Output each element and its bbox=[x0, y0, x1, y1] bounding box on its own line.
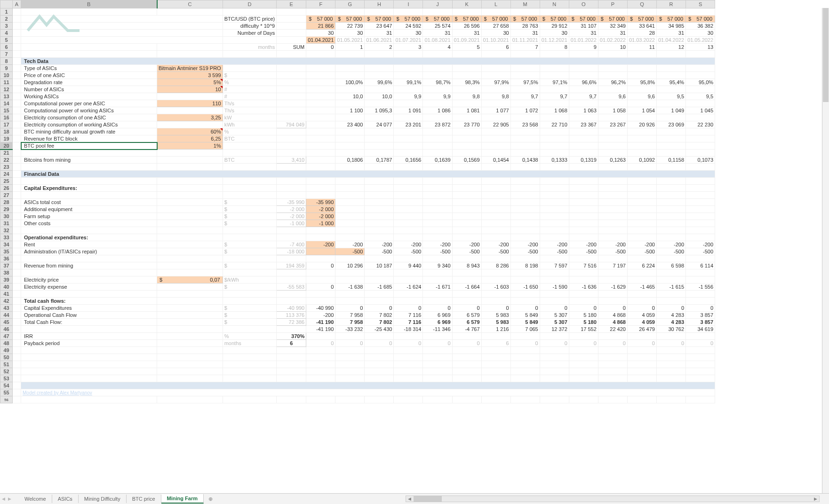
cell[interactable] bbox=[277, 354, 306, 361]
cell[interactable] bbox=[627, 199, 656, 206]
cell[interactable]: 9 bbox=[569, 44, 598, 51]
cell[interactable] bbox=[157, 23, 223, 30]
cell[interactable] bbox=[13, 248, 21, 255]
cell[interactable]: -1 556 bbox=[686, 284, 715, 291]
cell[interactable] bbox=[365, 375, 394, 382]
cell[interactable] bbox=[627, 291, 656, 298]
cell[interactable]: 96,6% bbox=[569, 79, 598, 86]
cell[interactable]: 5 bbox=[452, 44, 481, 51]
cell[interactable]: -1 603 bbox=[481, 284, 510, 291]
cell[interactable] bbox=[598, 178, 627, 185]
cell[interactable]: 72 386 bbox=[277, 319, 306, 326]
cell[interactable] bbox=[13, 37, 21, 44]
cell[interactable] bbox=[335, 185, 365, 192]
cell[interactable]: 0,1158 bbox=[656, 157, 686, 164]
cell[interactable] bbox=[157, 37, 223, 44]
row-header[interactable]: 3 bbox=[0, 23, 13, 30]
cell[interactable]: 9,7 bbox=[540, 93, 569, 100]
cell[interactable] bbox=[306, 276, 335, 284]
cell[interactable] bbox=[13, 227, 21, 234]
cell[interactable]: $ bbox=[223, 213, 277, 220]
cell[interactable] bbox=[510, 276, 540, 284]
cell[interactable]: -7 400 bbox=[277, 241, 306, 248]
cell[interactable] bbox=[656, 255, 686, 262]
cell[interactable] bbox=[540, 128, 569, 135]
tab-mining-difficulty[interactable]: Mining Difficulty bbox=[79, 495, 127, 503]
cell[interactable]: BTC bbox=[223, 157, 277, 164]
cell[interactable]: Th/s bbox=[223, 107, 277, 114]
cell[interactable] bbox=[277, 86, 306, 93]
cell[interactable] bbox=[394, 178, 423, 185]
cell[interactable]: -200 bbox=[627, 241, 656, 248]
cell[interactable]: 0 bbox=[540, 305, 569, 312]
cell[interactable]: 194 359 bbox=[277, 262, 306, 269]
cell[interactable]: 5% bbox=[157, 79, 223, 86]
cell[interactable] bbox=[686, 51, 715, 58]
cell[interactable] bbox=[223, 150, 277, 157]
cell[interactable] bbox=[335, 255, 365, 262]
cell[interactable]: $ bbox=[223, 206, 277, 213]
col-header[interactable]: O bbox=[569, 0, 598, 8]
cell[interactable]: -500 bbox=[365, 248, 394, 255]
cell[interactable]: 8 943 bbox=[452, 262, 481, 269]
cell[interactable]: 01.12.2021 bbox=[540, 37, 569, 44]
cell[interactable]: Electricity price bbox=[21, 276, 157, 284]
cell[interactable] bbox=[13, 128, 21, 135]
cell[interactable] bbox=[627, 276, 656, 284]
cell[interactable] bbox=[569, 135, 598, 142]
cell[interactable]: 01.05.2021 bbox=[335, 37, 365, 44]
cell[interactable]: 0 bbox=[423, 340, 452, 347]
cell[interactable] bbox=[452, 220, 481, 227]
cell[interactable]: Electricity consumption of working ASICs bbox=[21, 121, 157, 128]
cell[interactable]: 0 bbox=[452, 305, 481, 312]
cell[interactable] bbox=[157, 269, 223, 276]
cell[interactable] bbox=[157, 227, 223, 234]
cell[interactable]: 0 bbox=[510, 305, 540, 312]
cell[interactable] bbox=[157, 340, 223, 347]
cell[interactable] bbox=[365, 368, 394, 375]
cell[interactable]: 7 116 bbox=[394, 319, 423, 326]
cell[interactable] bbox=[686, 213, 715, 220]
cell[interactable]: -200 bbox=[686, 241, 715, 248]
cell[interactable] bbox=[13, 185, 21, 192]
cell[interactable] bbox=[423, 206, 452, 213]
cell[interactable]: 0 bbox=[598, 340, 627, 347]
cell[interactable]: -200 bbox=[540, 241, 569, 248]
cell[interactable] bbox=[306, 255, 335, 262]
cell[interactable]: 7 065 bbox=[510, 326, 540, 333]
cell[interactable] bbox=[306, 121, 335, 128]
cell[interactable]: $57 000 bbox=[335, 16, 365, 23]
cell[interactable]: $57 000 bbox=[510, 16, 540, 23]
cell[interactable] bbox=[686, 206, 715, 213]
cell[interactable] bbox=[277, 298, 306, 305]
cell[interactable] bbox=[598, 142, 627, 150]
row-header[interactable]: 38 bbox=[0, 269, 13, 276]
cell[interactable]: 01.06.2021 bbox=[365, 37, 394, 44]
cell[interactable]: 0 bbox=[423, 305, 452, 312]
cell[interactable] bbox=[306, 347, 335, 354]
cell[interactable] bbox=[452, 361, 481, 368]
cell[interactable]: 30 bbox=[540, 30, 569, 37]
cell[interactable] bbox=[223, 192, 277, 199]
cell[interactable] bbox=[13, 291, 21, 298]
cell[interactable] bbox=[394, 185, 423, 192]
cell[interactable]: 8 198 bbox=[510, 262, 540, 269]
cell[interactable] bbox=[540, 8, 569, 16]
cell[interactable]: 97,5% bbox=[510, 79, 540, 86]
cell[interactable] bbox=[277, 326, 306, 333]
cell[interactable] bbox=[13, 150, 21, 157]
cell[interactable]: 110 bbox=[157, 100, 223, 107]
cell[interactable] bbox=[335, 114, 365, 121]
select-all-cell[interactable] bbox=[0, 0, 13, 8]
cell[interactable]: 95,0% bbox=[686, 79, 715, 86]
cell[interactable] bbox=[598, 298, 627, 305]
cell[interactable] bbox=[423, 361, 452, 368]
cell[interactable]: Operational expenditures: bbox=[21, 234, 157, 241]
cell[interactable] bbox=[452, 86, 481, 93]
cell[interactable]: 0 bbox=[335, 305, 365, 312]
cell[interactable]: -500 bbox=[569, 248, 598, 255]
row-header[interactable]: 32 bbox=[0, 227, 13, 234]
row-header[interactable]: 9 bbox=[0, 65, 13, 72]
cell[interactable] bbox=[157, 347, 223, 354]
cell[interactable]: 28 763 bbox=[510, 23, 540, 30]
